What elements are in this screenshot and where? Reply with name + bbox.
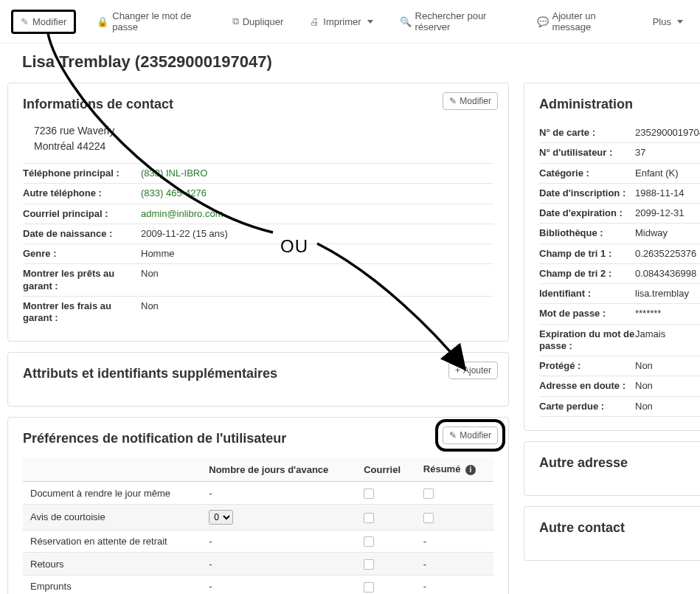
admin-field-label: Catégorie : bbox=[539, 168, 635, 179]
contact-fields: Téléphone principal :(833) INL-IBROAutre… bbox=[23, 163, 493, 328]
contact-field-row: Montrer les prêts au garant :Non bbox=[23, 263, 493, 296]
notification-row-days: - bbox=[201, 530, 356, 553]
notification-row-days: - bbox=[201, 553, 356, 576]
digest-checkbox[interactable] bbox=[423, 513, 434, 523]
notif-col-blank bbox=[23, 457, 201, 482]
admin-field-label: Identifiant : bbox=[539, 288, 635, 300]
notification-prefs-panel: ✎ Modifier Préférences de notification d… bbox=[7, 417, 509, 594]
admin-field-value: Jamais bbox=[635, 328, 700, 353]
admin-field-label: Date d'expiration : bbox=[539, 207, 635, 219]
admin-field-label: N° de carte : bbox=[539, 127, 635, 139]
contact-field-value[interactable]: admin@inlibro.com bbox=[141, 208, 493, 220]
search-icon: 🔍 bbox=[400, 16, 412, 27]
notification-row-digest: - bbox=[416, 530, 493, 553]
admin-field-label: Champ de tri 2 : bbox=[539, 268, 635, 280]
contact-field-value: 2009-11-22 (15 ans) bbox=[141, 228, 493, 240]
notification-edit-button[interactable]: ✎ Modifier bbox=[443, 426, 498, 444]
admin-field-value: ******* bbox=[635, 308, 700, 320]
email-checkbox[interactable] bbox=[364, 536, 374, 547]
contact-edit-label: Modifier bbox=[460, 96, 491, 106]
days-advance-select[interactable]: 0 bbox=[209, 510, 233, 525]
notification-row-digest bbox=[416, 482, 493, 505]
notification-heading: Préférences de notification de l'utilisa… bbox=[23, 431, 493, 446]
contact-field-label: Téléphone principal : bbox=[23, 168, 141, 179]
email-checkbox[interactable] bbox=[364, 488, 374, 499]
admin-field-row: Date d'inscription :1988-11-14 bbox=[539, 184, 700, 204]
notification-row-digest bbox=[416, 504, 493, 530]
pencil-icon: ✎ bbox=[449, 96, 457, 106]
notification-row-label: Emprunts bbox=[23, 575, 201, 594]
admin-field-value: 2099-12-31 bbox=[635, 207, 700, 219]
notif-col-email: Courriel bbox=[356, 457, 416, 482]
pencil-icon: ✎ bbox=[449, 430, 457, 441]
notif-col-digest: Résumé i bbox=[416, 457, 493, 482]
contact-address: 7236 rue Waverly Montréal 44224 bbox=[23, 123, 493, 163]
contact-field-label: Genre : bbox=[23, 248, 141, 260]
admin-field-row: Champ de tri 1 :0.2635225376 bbox=[539, 244, 700, 264]
toolbar-print-button[interactable]: 🖨 Imprimer bbox=[304, 13, 378, 30]
caret-down-icon bbox=[367, 20, 373, 24]
alt-contact-heading: Autre contact bbox=[539, 520, 700, 536]
admin-field-label: Adresse en doute : bbox=[539, 380, 635, 392]
admin-field-row: Date d'expiration :2099-12-31 bbox=[539, 204, 700, 224]
print-icon: 🖨 bbox=[310, 16, 319, 27]
contact-edit-button[interactable]: ✎ Modifier bbox=[443, 92, 498, 110]
caret-down-icon bbox=[677, 20, 683, 24]
patron-toolbar: ✎ Modifier 🔒 Changer le mot de passe ⧉ D… bbox=[0, 0, 700, 44]
admin-field-label: Bibliothèque : bbox=[539, 227, 635, 239]
notification-edit-label: Modifier bbox=[460, 430, 491, 441]
toolbar-add-message-button[interactable]: 💬 Ajouter un message bbox=[531, 7, 632, 35]
notification-row-email bbox=[356, 553, 416, 576]
admin-field-row: Identifiant :lisa.tremblay bbox=[539, 284, 700, 304]
admin-field-label: Date d'inscription : bbox=[539, 187, 635, 199]
notification-row-days: 0 bbox=[201, 504, 356, 530]
notification-row: Réservation en attente de retrait-- bbox=[23, 530, 493, 553]
contact-field-value[interactable]: (833) INL-IBRO bbox=[141, 168, 493, 179]
admin-field-value: Non bbox=[635, 401, 700, 412]
notification-row-days: - bbox=[201, 575, 356, 594]
contact-field-label: Autre téléphone : bbox=[23, 187, 141, 199]
toolbar-edit-button[interactable]: ✎ Modifier bbox=[11, 10, 76, 34]
contact-field-value[interactable]: (833) 465-4276 bbox=[141, 187, 493, 199]
plus-icon: + bbox=[455, 365, 460, 376]
email-checkbox[interactable] bbox=[364, 513, 374, 523]
pencil-icon: ✎ bbox=[21, 16, 29, 27]
admin-field-label: Protégé : bbox=[539, 360, 635, 372]
notification-row-digest: - bbox=[416, 575, 493, 594]
digest-checkbox[interactable] bbox=[423, 488, 434, 499]
notification-row: Avis de courtoisie0 bbox=[23, 504, 493, 530]
notification-row: Emprunts-- bbox=[23, 575, 493, 594]
contact-field-label: Montrer les prêts au garant : bbox=[23, 268, 141, 292]
lock-icon: 🔒 bbox=[97, 16, 108, 27]
alt-address-panel: Autre adresse bbox=[524, 441, 700, 496]
attributes-heading: Attributs et identifiants supplémentaire… bbox=[23, 366, 493, 381]
contact-panel: ✎ Modifier Informations de contact 7236 … bbox=[7, 83, 509, 342]
notification-row-label: Document à rendre le jour même bbox=[23, 482, 201, 505]
toolbar-changepw-label: Changer le mot de passe bbox=[112, 10, 205, 32]
notification-row-email bbox=[356, 575, 416, 594]
toolbar-changepw-button[interactable]: 🔒 Changer le mot de passe bbox=[91, 7, 211, 35]
contact-field-row: Téléphone principal :(833) INL-IBRO bbox=[23, 163, 493, 183]
info-icon[interactable]: i bbox=[465, 465, 476, 475]
alt-contact-panel: Autre contact bbox=[524, 506, 700, 561]
toolbar-duplicate-button[interactable]: ⧉ Dupliquer bbox=[226, 13, 290, 30]
toolbar-search-hold-button[interactable]: 🔍 Rechercher pour réserver bbox=[394, 7, 516, 35]
administration-fields: N° de carte :23529000197047N° d'utilisat… bbox=[539, 123, 700, 417]
contact-heading: Informations de contact bbox=[23, 97, 493, 112]
email-checkbox[interactable] bbox=[364, 559, 374, 570]
notif-col-days: Nombre de jours d'avance bbox=[201, 457, 356, 482]
toolbar-duplicate-label: Dupliquer bbox=[243, 16, 284, 27]
toolbar-more-button[interactable]: Plus bbox=[647, 13, 689, 30]
notification-row-label: Réservation en attente de retrait bbox=[23, 530, 201, 553]
admin-field-value: 0.0843436998 bbox=[635, 268, 700, 280]
email-checkbox[interactable] bbox=[364, 582, 374, 593]
contact-field-label: Montrer les frais au garant : bbox=[23, 300, 141, 325]
attributes-add-button[interactable]: + Ajouter bbox=[448, 362, 498, 379]
admin-field-label: Carte perdue : bbox=[539, 401, 635, 412]
admin-field-row: Champ de tri 2 :0.0843436998 bbox=[539, 264, 700, 284]
notification-row-email bbox=[356, 504, 416, 530]
contact-field-label: Date de naissance : bbox=[23, 228, 141, 240]
address-line1: 7236 rue Waverly bbox=[34, 123, 493, 139]
address-line2: Montréal 44224 bbox=[34, 139, 493, 154]
notification-row-label: Avis de courtoisie bbox=[23, 504, 201, 530]
